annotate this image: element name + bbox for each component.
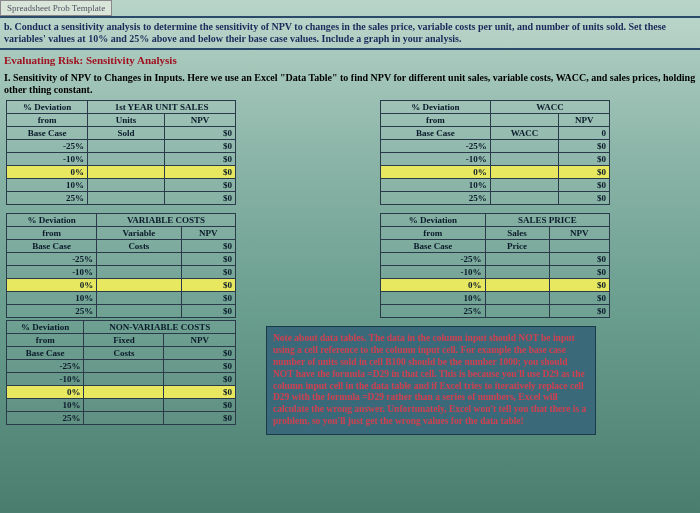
table-row: 25%$0	[381, 305, 610, 318]
table-row: -25%$0	[381, 253, 610, 266]
table-row: 0%$0	[381, 166, 610, 179]
table-row: -10%$0	[381, 266, 610, 279]
table-row: -10%$0	[7, 373, 236, 386]
table-row: 25%$0	[7, 412, 236, 425]
table-row: 25%$0	[7, 305, 236, 318]
table-wacc: % DeviationWACC fromNPV Base CaseWACC0 -…	[380, 100, 610, 205]
table-sales-price: % DeviationSALES PRICE fromSalesNPV Base…	[380, 213, 610, 318]
table-row: 0%$0	[7, 279, 236, 292]
table-row: 10%$0	[381, 179, 610, 192]
heading-sensitivity: I. Sensitivity of NPV to Changes in Inpu…	[0, 70, 700, 98]
table-variable-costs: % DeviationVARIABLE COSTS fromVariableNP…	[6, 213, 236, 318]
table-unit-sales: % Deviation1st YEAR UNIT SALES fromUnits…	[6, 100, 236, 205]
table-row: 10%$0	[7, 179, 236, 192]
table-nonvariable-costs: % DeviationNON-VARIABLE COSTS fromFixedN…	[6, 320, 236, 425]
table-row: 10%$0	[381, 292, 610, 305]
table-row: 0%$0	[7, 386, 236, 399]
table-row: -25%$0	[7, 253, 236, 266]
table-row: 10%$0	[7, 399, 236, 412]
table-row: -25%$0	[7, 140, 236, 153]
table-row: -25%$0	[381, 140, 610, 153]
sheet-tab[interactable]: Spreadsheet Prob Template	[0, 0, 112, 16]
table-row: -25%$0	[7, 360, 236, 373]
table-row: -10%$0	[381, 153, 610, 166]
heading-evaluating-risk: Evaluating Risk: Sensitivity Analysis	[0, 50, 700, 70]
table-row: 25%$0	[381, 192, 610, 205]
table-row: -10%$0	[7, 153, 236, 166]
table-row: 10%$0	[7, 292, 236, 305]
table-row: 0%$0	[381, 279, 610, 292]
note-data-tables: Note about data tables. The data in the …	[266, 326, 596, 435]
table-row: -10%$0	[7, 266, 236, 279]
section-b-instructions: b. Conduct a sensitivity analysis to det…	[0, 16, 700, 50]
table-row: 25%$0	[7, 192, 236, 205]
table-row: 0%$0	[7, 166, 236, 179]
